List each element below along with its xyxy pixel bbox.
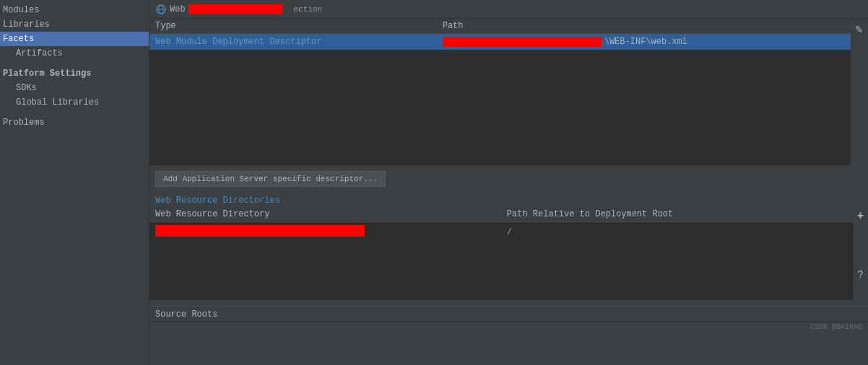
path-redacted [443, 37, 602, 47]
col-path-header: Path [437, 19, 851, 34]
main-content: Web ection Type Path [149, 0, 868, 365]
sub-label-text: ection [294, 5, 323, 14]
add-resource-button[interactable]: + [854, 208, 867, 223]
table-row[interactable]: Web Module Deployment Descriptor \WEB-IN… [149, 34, 851, 50]
directory-cell [149, 222, 501, 243]
web-resource-section-title: Web Resource Directories [149, 193, 868, 207]
bottom-bar-text: CSDN @DAIHAO [810, 323, 862, 331]
right-buttons: + ? [853, 207, 868, 282]
sidebar-item-facets[interactable]: Facets [0, 32, 149, 46]
type-cell: Web Module Deployment Descriptor [149, 34, 437, 50]
sub-panel-label: ection [288, 3, 329, 16]
sidebar-item-libraries[interactable]: Libraries [0, 17, 149, 32]
descriptor-center: Type Path Web Module Deployment Descript… [149, 19, 851, 165]
descriptor-table: Type Path Web Module Deployment Descript… [149, 19, 851, 165]
web-text: Web [170, 4, 186, 14]
sidebar-item-label: Libraries [3, 19, 50, 30]
descriptor-section: Type Path Web Module Deployment Descript… [149, 19, 868, 165]
sidebar-item-sdks[interactable]: SDKs [0, 81, 149, 95]
sidebar: Modules Libraries Facets Artifacts Platf… [0, 0, 149, 365]
directory-redacted [155, 225, 365, 237]
descriptor-panel: Type Path Web Module Deployment Descript… [149, 19, 868, 165]
sidebar-item-label: Modules [3, 5, 39, 15]
sidebar-section-platform: Platform Settings [0, 66, 149, 81]
resource-empty-row [149, 242, 853, 300]
col-type-header: Type [149, 19, 437, 34]
help-resource-button[interactable]: ? [854, 268, 867, 281]
resource-table-container: Web Resource Directory Path Relative to … [149, 207, 868, 303]
sidebar-item-label: Global Libraries [16, 97, 99, 107]
sidebar-item-label: SDKs [16, 83, 37, 93]
sidebar-item-label: Facets [3, 34, 34, 44]
edit-icon-area: ✎ [851, 19, 868, 165]
resource-table: Web Resource Directory Path Relative to … [149, 207, 853, 300]
resource-table-wrapper: Web Resource Directory Path Relative to … [149, 207, 853, 303]
source-roots-label: Source Roots [149, 306, 868, 321]
path-cell: \WEB-INF\web.xml [437, 34, 851, 50]
sidebar-item-artifacts[interactable]: Artifacts [0, 46, 149, 61]
path-relative-cell: / [501, 222, 853, 243]
type-value: Web Module Deployment Descriptor [155, 37, 321, 47]
sidebar-item-global-libraries[interactable]: Global Libraries [0, 95, 149, 110]
edit-button[interactable]: ✎ [852, 23, 867, 36]
bottom-bar: CSDN @DAIHAO [149, 321, 868, 333]
sidebar-item-label: Problems [3, 118, 45, 128]
empty-row [149, 50, 851, 165]
add-descriptor-button[interactable]: Add Application Server specific descript… [155, 171, 386, 187]
sidebar-item-label: Artifacts [16, 48, 63, 58]
col-directory-header: Web Resource Directory [149, 207, 501, 222]
web-label-area: Web [149, 0, 288, 18]
sidebar-item-problems[interactable]: Problems [0, 115, 149, 130]
path-suffix: \WEB-INF\web.xml [604, 37, 687, 47]
sidebar-section-label: Platform Settings [3, 69, 91, 79]
top-panel: Web ection [149, 0, 868, 19]
col-path-relative-header: Path Relative to Deployment Root [501, 207, 853, 222]
web-icon [155, 4, 167, 15]
button-area: Add Application Server specific descript… [149, 165, 868, 193]
web-name-redacted [188, 4, 282, 14]
resource-table-row[interactable]: / [149, 222, 853, 243]
sidebar-item-modules[interactable]: Modules [0, 3, 149, 17]
